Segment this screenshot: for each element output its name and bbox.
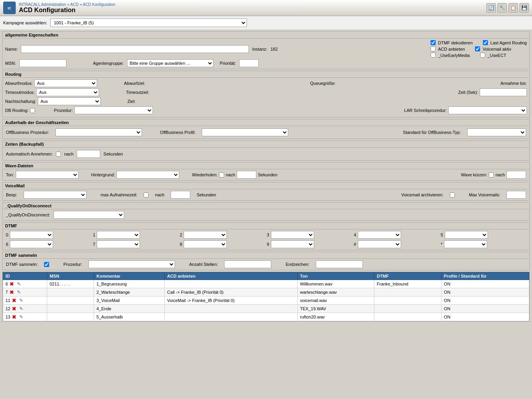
wave-kuerzen-nach-input[interactable] — [506, 171, 526, 179]
edit-icon[interactable]: ✎ — [16, 289, 22, 295]
cell-acd — [165, 313, 298, 321]
dtmf-select-5[interactable] — [445, 231, 488, 239]
cell-kommentar: 3_VoiceMail — [94, 297, 165, 305]
dtmf-label-star: * — [441, 242, 442, 247]
col-ton: Ton — [298, 273, 374, 280]
delete-icon[interactable]: ✖ — [11, 297, 17, 304]
dtmf-select-star[interactable] — [444, 240, 487, 248]
wave-kuerzen-checkbox[interactable] — [489, 172, 494, 178]
dtmf-select-0[interactable] — [10, 231, 53, 239]
dtmf-select-1[interactable] — [97, 231, 140, 239]
ziel-label: Ziel: — [127, 99, 136, 104]
page-title: ACD Konfiguration — [19, 7, 486, 14]
prioritaet-input[interactable] — [239, 59, 259, 67]
edit-icon[interactable]: ✎ — [16, 281, 22, 287]
cell-msn: 0211. . . . . — [47, 280, 94, 288]
nachtschaltung-select[interactable]: Aus — [38, 97, 101, 105]
abwurfmodus-select[interactable]: Aus — [34, 79, 97, 87]
agentengruppe-select[interactable]: Bitte eine Gruppe auswählen ... — [127, 59, 214, 67]
dtmf-sammeln-title: DTMF sammeln — [3, 252, 529, 259]
zeiten-nach-input[interactable] — [77, 150, 100, 158]
offbusiness-select[interactable] — [55, 128, 142, 136]
dtmf-select-4[interactable] — [358, 231, 401, 239]
anzahl-label: Anzahl Stellen: — [189, 262, 218, 267]
acd-anbieten-checkbox[interactable] — [431, 46, 436, 51]
dtmf-select-hash[interactable] — [358, 240, 401, 248]
delete-icon[interactable]: ✖ — [11, 306, 17, 312]
cell-acd — [165, 280, 298, 288]
kampagne-row: Kampagne auswählen: 1001 - Franke_IB (5) — [0, 16, 532, 30]
table-row[interactable]: 11 ✖ ✎ 3_VoiceMail VoiceMail -> Franke_I… — [3, 297, 529, 305]
cell-msn — [47, 297, 94, 305]
auto-annehmen-checkbox[interactable] — [56, 152, 61, 157]
dtmf-select-9[interactable] — [271, 240, 314, 248]
msn-input[interactable] — [19, 59, 66, 67]
dtmf-select-2[interactable] — [184, 231, 227, 239]
use-ect-checkbox[interactable] — [480, 53, 485, 58]
db-routing-checkbox[interactable] — [30, 108, 35, 113]
dtmf-select-7[interactable] — [97, 240, 140, 248]
wave-nach-label: nach — [226, 172, 235, 177]
kampagne-label: Kampagne auswählen: — [3, 20, 47, 25]
max-vm-input[interactable] — [506, 191, 526, 199]
cell-profile: ON — [441, 297, 529, 305]
max-aufnahme-checkbox[interactable] — [144, 192, 149, 198]
delete-icon[interactable]: ✖ — [9, 289, 15, 295]
kampagne-select[interactable]: 1001 - Franke_IB (5) — [50, 18, 247, 27]
sammeln-prozedur-select[interactable] — [88, 260, 175, 268]
offbusiness-profil-select[interactable] — [202, 128, 288, 136]
standard-select[interactable] — [467, 128, 526, 136]
abwurfziel-label: Abwurfziel: — [124, 81, 145, 86]
prozedur-select[interactable] — [74, 106, 153, 114]
last-agent-checkbox[interactable] — [483, 40, 488, 45]
use-early-media-checkbox[interactable] — [431, 53, 436, 58]
table-row[interactable]: 13 ✖ ✎ 5_Ausserhalb rufton20.wav ON — [3, 313, 529, 321]
dtmf-key-4: 4 — [354, 231, 439, 239]
svg-text:IC: IC — [8, 6, 12, 10]
dtmf-key-8: 8 — [180, 240, 265, 248]
zeit-input[interactable] — [480, 88, 527, 96]
lar-select[interactable] — [448, 106, 527, 114]
hintergrund-select[interactable] — [116, 171, 179, 179]
copy-button[interactable]: 📋 — [508, 3, 518, 13]
anzahl-input[interactable] — [224, 260, 271, 268]
refresh-button[interactable]: 🔄 — [486, 3, 496, 13]
max-vm-label: Max Voicemails: — [469, 192, 500, 197]
settings-button[interactable]: 🔧 — [497, 3, 507, 13]
cell-ton: TEX_19.WAV — [298, 305, 374, 313]
dtmf-label-3: 3 — [267, 232, 269, 237]
dtmf-checkbox[interactable] — [431, 40, 436, 45]
name-input[interactable] — [21, 45, 249, 53]
table-row[interactable]: 6 ✖ ✎ 0211. . . . . 1_Begruessung Willko… — [3, 280, 529, 288]
qualify-select[interactable] — [53, 211, 124, 219]
qualify-section: _QualifyOnDisconnect _QualifyOnDisconnec… — [2, 202, 530, 221]
wave-nach-input[interactable] — [237, 171, 256, 179]
cell-msn — [47, 313, 94, 321]
toolbar-icons: 🔄 🔧 📋 💾 — [486, 3, 529, 13]
cell-kommentar: 1_Begruessung — [94, 280, 165, 288]
dtmf-select-6[interactable] — [10, 240, 53, 248]
dtmf-select-3[interactable] — [271, 231, 314, 239]
save-button[interactable]: 💾 — [519, 3, 529, 13]
delete-icon[interactable]: ✖ — [9, 281, 15, 287]
edit-icon[interactable]: ✎ — [18, 314, 24, 320]
ton-label: Ton: — [6, 172, 14, 177]
dtmf-select-8[interactable] — [184, 240, 227, 248]
edit-icon[interactable]: ✎ — [18, 297, 24, 304]
vm-nach-input[interactable] — [171, 191, 190, 199]
ton-select[interactable] — [16, 171, 79, 179]
wiederholen-checkbox[interactable] — [219, 172, 224, 178]
timeoutmodus-select[interactable]: Aus — [36, 88, 99, 96]
voicemail-aktiv-checkbox[interactable] — [475, 46, 480, 51]
vm-archiv-checkbox[interactable] — [450, 192, 455, 198]
table-row[interactable]: 12 ✖ ✎ 4_Ende TEX_19.WAV ON — [3, 305, 529, 313]
beep-select[interactable] — [24, 191, 87, 199]
dtmf-key-9: 9 — [267, 240, 352, 248]
sammeln-checkbox[interactable] — [44, 262, 49, 267]
cell-dtmf: Franke_Inbound — [374, 280, 442, 288]
table-row[interactable]: 7 ✖ ✎ 2_Warteschlange Call -> Franke_IB … — [3, 288, 529, 297]
endzeichen-input[interactable] — [316, 260, 363, 268]
dtmf-label-8: 8 — [180, 242, 182, 247]
delete-icon[interactable]: ✖ — [11, 314, 17, 320]
edit-icon[interactable]: ✎ — [18, 306, 24, 312]
